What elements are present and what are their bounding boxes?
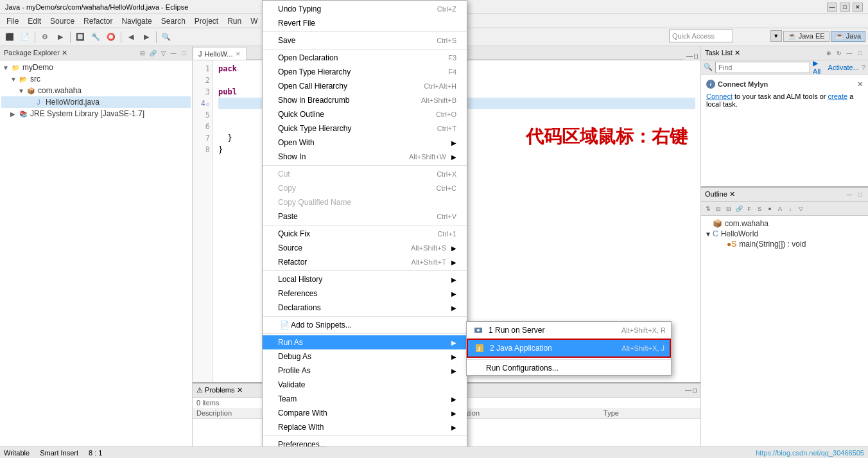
activate-btn[interactable]: Activate... [828,64,859,71]
outline-hide-fields[interactable]: F [745,204,754,213]
run-submenu-java[interactable]: J 2 Java Application Alt+Shift+X, J [467,339,671,358]
menu-file[interactable]: File [3,15,22,27]
perspective-java[interactable]: ☕ Java [831,31,865,42]
outline-filter-btn[interactable]: ⊟ [714,204,723,213]
outline-collapse-btn[interactable]: ⊟ [724,204,733,213]
editor-minimize-btn[interactable]: — [686,53,693,60]
outline-sort-btn[interactable]: ⇅ [704,204,713,213]
outline-menu[interactable]: ▽ [796,204,805,213]
toolbar-btn-6[interactable]: 🔧 [89,30,103,44]
perspective-javaee[interactable]: ☕ Java EE [783,31,829,42]
toolbar-btn-2[interactable]: 📄 [18,30,32,44]
tree-item-jre[interactable]: ▶ 📚 JRE System Library [JavaSE-1.7] [1,108,191,119]
tree-item-comwahaha[interactable]: ▼ 📦 com.wahaha [1,85,191,96]
task-minimize-btn[interactable]: — [845,49,854,58]
toolbar-btn-4[interactable]: ▶ [53,30,67,44]
tree-item-helloworld[interactable]: J HelloWorld.java [1,96,191,108]
menu-open-type-hierarchy[interactable]: Open Type Hierarchy F4 [263,65,467,79]
find-input[interactable] [715,62,810,73]
outline-main[interactable]: ●S main(String[]) : void [704,239,865,249]
menu-validate[interactable]: Validate [263,378,467,392]
outline-hide-static[interactable]: S [755,204,764,213]
run-submenu-server[interactable]: 1 Run on Server Alt+Shift+X, R [467,322,671,339]
toolbar-btn-7[interactable]: ⭕ [104,30,118,44]
menu-refactor[interactable]: Refactor [80,15,116,27]
link-with-editor-icon[interactable]: 🔗 [148,49,157,58]
menu-quick-type-hierarchy[interactable]: Quick Type Hierarchy Ctrl+T [263,121,467,136]
menu-compare-with[interactable]: Compare With ▶ [263,406,467,420]
menu-show-in[interactable]: Show In Alt+Shift+W ▶ [263,150,467,164]
menu-edit[interactable]: Edit [24,15,45,27]
toolbar-btn-5[interactable]: 🔲 [73,30,87,44]
outline-maximize-btn[interactable]: □ [855,190,864,199]
bottom-maximize-btn[interactable]: □ [693,387,697,394]
menu-copy-qualified[interactable]: Copy Qualified Name [263,195,467,209]
maximize-btn[interactable]: □ [840,3,850,12]
menu-source[interactable]: Source [46,15,78,27]
task-sync-btn[interactable]: ↻ [835,49,844,58]
menu-run[interactable]: Run [223,15,245,27]
tree-item-src[interactable]: ▼ 📂 src [1,73,191,85]
menu-cut[interactable]: Cut Ctrl+X [263,167,467,181]
outline-link-btn[interactable]: 🔗 [734,204,743,213]
menu-revert-file[interactable]: Revert File [263,16,467,30]
close-btn[interactable]: ✕ [853,3,863,12]
menu-navigate[interactable]: Navigate [117,15,155,27]
menu-run-as[interactable]: Run As ▶ [263,335,467,349]
task-help-btn[interactable]: ? [862,64,865,71]
menu-project[interactable]: Project [191,15,222,27]
minimize-btn[interactable]: — [827,3,837,12]
panel-menu-icon[interactable]: ▽ [159,49,168,58]
status-link[interactable]: https://blog.csdn.net/qq_30466505 [756,449,864,457]
toolbar-btn-9[interactable]: ▶ [139,30,153,44]
connect-close-btn[interactable]: ✕ [857,80,863,89]
menu-save[interactable]: Save Ctrl+S [263,33,467,48]
menu-profile-as[interactable]: Profile As ▶ [263,364,467,378]
editor-maximize-btn[interactable]: □ [694,53,698,60]
menu-source[interactable]: Source Alt+Shift+S ▶ [263,241,467,255]
outline-expand[interactable]: ↓ [786,204,795,213]
task-maximize-btn[interactable]: □ [855,49,864,58]
connect-link[interactable]: Connect [706,92,733,100]
menu-references[interactable]: References ▶ [263,286,467,301]
outline-hide-nonh[interactable]: ● [765,204,774,213]
editor-tab-helloworld[interactable]: J HelloW... ✕ [193,47,247,60]
run-submenu-configs[interactable]: Run Configurations... [467,361,671,375]
menu-local-history[interactable]: Local History ▶ [263,272,467,286]
toolbar-btn-10[interactable]: 🔍 [159,30,173,44]
outline-minimize-btn[interactable]: — [845,190,854,199]
toolbar-btn-1[interactable]: ⬛ [3,30,17,44]
menu-open-call-hierarchy[interactable]: Open Call Hierarchy Ctrl+Alt+H [263,79,467,93]
menu-quick-fix[interactable]: Quick Fix Ctrl+1 [263,227,467,241]
collapse-all-icon[interactable]: ⊟ [138,49,147,58]
outline-helloworld[interactable]: ▼ C HelloWorld [704,229,865,239]
menu-open-declaration[interactable]: Open Declaration F3 [263,51,467,65]
create-link[interactable]: create [828,92,848,100]
menu-refactor[interactable]: Refactor Alt+Shift+T ▶ [263,255,467,269]
maximize-panel-icon[interactable]: □ [179,49,188,58]
bottom-minimize-btn[interactable]: — [685,387,691,394]
menu-undo-typing[interactable]: Undo Typing Ctrl+Z [263,2,467,16]
toolbar-btn-3[interactable]: ⚙ [38,30,52,44]
menu-copy[interactable]: Copy Ctrl+C [263,181,467,195]
menu-quick-outline[interactable]: Quick Outline Ctrl+O [263,107,467,121]
menu-team[interactable]: Team ▶ [263,392,467,406]
outline-comwahaha[interactable]: 📦 com.wahaha [704,218,865,229]
toolbar-btn-8[interactable]: ◀ [124,30,138,44]
outline-alphabetical[interactable]: A [776,204,785,213]
task-new-btn[interactable]: ⊕ [824,49,833,58]
menu-declarations[interactable]: Declarations ▶ [263,301,467,315]
menu-w[interactable]: W [247,15,261,27]
tree-item-mydemo[interactable]: ▼ 📁 myDemo [1,62,191,73]
editor-tab-close[interactable]: ✕ [236,51,241,57]
minimize-panel-icon[interactable]: — [169,49,178,58]
menu-search[interactable]: Search [157,15,189,27]
quick-access-box[interactable]: Quick Access [669,30,733,42]
menu-add-snippets[interactable]: 📄 Add to Snippets... [263,318,467,332]
menu-show-breadcrumb[interactable]: Show in Breadcrumb Alt+Shift+B [263,93,467,107]
menu-paste[interactable]: Paste Ctrl+V [263,209,467,224]
menu-open-with[interactable]: Open With ▶ [263,136,467,150]
menu-replace-with[interactable]: Replace With ▶ [263,420,467,434]
perspective-menu-btn[interactable]: ▼ [770,30,782,42]
all-dropdown[interactable]: ▶ All [813,59,826,75]
